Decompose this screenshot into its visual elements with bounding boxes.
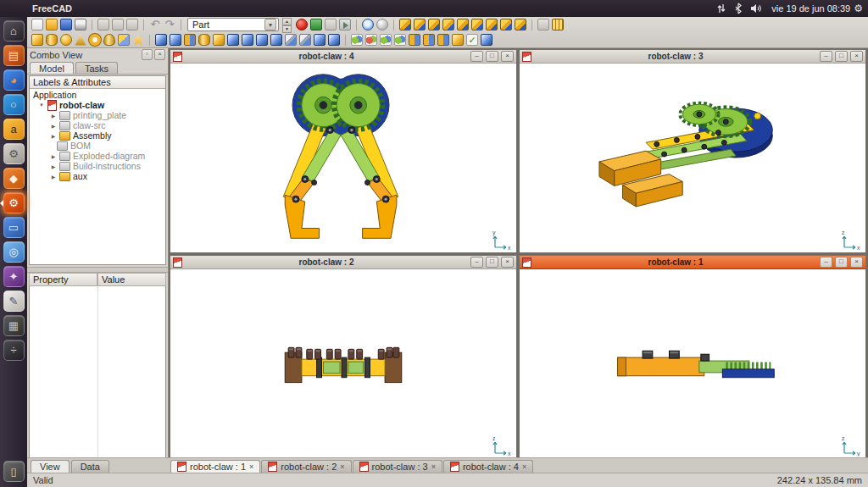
tree-item-assembly[interactable]: ▶ Assembly xyxy=(30,130,165,140)
measure-icon[interactable] xyxy=(552,19,564,30)
clock[interactable]: vie 19 de jun 08:39 xyxy=(771,3,850,14)
expander-closed-icon[interactable]: ▶ xyxy=(50,163,57,169)
draw-style-icon[interactable] xyxy=(376,19,388,30)
session-menu-icon[interactable]: ⚙ xyxy=(854,3,863,14)
minimize-icon[interactable]: – xyxy=(820,51,832,62)
tree-item-bom[interactable]: BOM xyxy=(30,140,165,150)
property-column-header[interactable]: Property xyxy=(29,273,97,286)
restore-icon[interactable]: □ xyxy=(835,51,848,62)
expander-open-icon[interactable]: ▼ xyxy=(38,102,45,108)
launcher-libreoffice-icon[interactable]: ▭ xyxy=(3,217,25,238)
part-offset-icon[interactable] xyxy=(314,34,326,46)
view-right-icon[interactable] xyxy=(442,19,454,30)
minimize-icon[interactable]: – xyxy=(470,257,483,268)
close-icon[interactable]: × xyxy=(522,462,526,471)
launcher-text-editor-icon[interactable]: ✎ xyxy=(3,291,25,312)
part-defeaturing-icon[interactable] xyxy=(481,34,492,46)
macro-record-icon[interactable] xyxy=(296,19,308,30)
view-rear-icon[interactable] xyxy=(457,19,469,30)
fit-all-icon[interactable] xyxy=(362,19,374,30)
launcher-software-center-icon[interactable]: ◆ xyxy=(3,168,25,189)
tree-item-document[interactable]: ▼ robot-claw xyxy=(30,99,165,109)
dock-close-icon[interactable]: × xyxy=(154,49,165,60)
tree-item-exploded-diagram[interactable]: ▶ Exploded-diagram xyxy=(30,150,165,160)
expander-closed-icon[interactable]: ▶ xyxy=(50,123,57,129)
close-icon[interactable]: × xyxy=(340,462,344,471)
spinner-down-icon[interactable]: ▾ xyxy=(282,25,292,33)
part-sweep-icon[interactable] xyxy=(270,34,282,46)
macro-pause-icon[interactable] xyxy=(325,19,337,30)
tab-tasks[interactable]: Tasks xyxy=(75,62,118,74)
launcher-files-icon[interactable]: ▤ xyxy=(3,45,25,66)
minimize-icon[interactable]: – xyxy=(820,257,832,268)
part-cut-icon[interactable] xyxy=(365,34,377,46)
mdi-tab-robot-claw-2[interactable]: robot-claw : 2 × xyxy=(261,460,351,473)
tree-item-aux[interactable]: ▶ aux xyxy=(30,170,165,180)
part-loft-icon[interactable] xyxy=(256,34,268,46)
launcher-system-settings-icon[interactable]: ⚙ xyxy=(3,143,25,164)
spinner-up-icon[interactable]: ▴ xyxy=(282,18,292,25)
part-tube-icon[interactable] xyxy=(103,34,115,46)
window-titlebar[interactable]: robot-claw : 2 – □ × xyxy=(170,256,516,269)
part-revolve-icon[interactable] xyxy=(170,34,181,46)
macro-play-icon[interactable] xyxy=(339,19,351,30)
minimize-icon[interactable]: – xyxy=(470,51,483,62)
view-left-icon[interactable] xyxy=(486,19,498,30)
part-extrude-icon[interactable] xyxy=(155,34,167,46)
close-icon[interactable]: × xyxy=(431,462,436,471)
tree-item-printing-plate[interactable]: ▶ printing_plate xyxy=(30,109,165,119)
new-file-icon[interactable] xyxy=(31,19,43,30)
launcher-web-browser-icon[interactable]: ○ xyxy=(3,94,25,115)
part-primitives-icon[interactable] xyxy=(118,34,130,46)
tab-view[interactable]: View xyxy=(31,460,70,473)
property-table-body[interactable] xyxy=(29,286,166,458)
chevron-down-icon[interactable]: ▾ xyxy=(264,19,276,30)
part-section-icon[interactable] xyxy=(285,34,297,46)
bluetooth-icon[interactable] xyxy=(734,3,743,14)
launcher-photos-icon[interactable]: ✦ xyxy=(3,266,25,287)
redo-icon[interactable]: ↷ xyxy=(164,19,175,30)
tree-item-claw-src[interactable]: ▶ claw-src xyxy=(30,119,165,130)
expander-closed-icon[interactable]: ▶ xyxy=(50,133,57,139)
tab-data[interactable]: Data xyxy=(71,460,109,473)
tree-item-application[interactable]: Application xyxy=(30,89,165,99)
launcher-dash-home-icon[interactable]: ⌂ xyxy=(3,20,25,42)
restore-icon[interactable]: □ xyxy=(486,257,498,268)
part-compound-icon[interactable] xyxy=(452,34,464,46)
tab-model[interactable]: Model xyxy=(30,62,74,74)
close-icon[interactable]: × xyxy=(249,462,253,471)
launcher-calculator-icon[interactable]: ÷ xyxy=(3,340,25,361)
launcher-freecad-icon[interactable]: ⚙ xyxy=(3,192,25,213)
view-top-icon[interactable] xyxy=(428,19,440,30)
viewport-3d[interactable]: y x xyxy=(170,64,516,252)
part-connect-icon[interactable] xyxy=(409,34,420,46)
value-column-header[interactable]: Value xyxy=(97,273,166,286)
close-icon[interactable]: × xyxy=(501,51,514,62)
part-checkgeometry-icon[interactable]: ✓ xyxy=(466,34,478,46)
part-crosssections-icon[interactable] xyxy=(299,34,311,46)
view-bottom-icon[interactable] xyxy=(471,19,483,30)
part-boolean-icon[interactable] xyxy=(351,34,363,46)
launcher-firefox-icon[interactable]: ◕ xyxy=(3,69,25,91)
macro-stop-icon[interactable] xyxy=(310,19,322,30)
part-mirror-icon[interactable] xyxy=(184,34,196,46)
close-icon[interactable]: × xyxy=(850,257,863,268)
dock-float-icon[interactable]: ▫ xyxy=(142,49,153,60)
part-chamfer-icon[interactable] xyxy=(213,34,225,46)
network-arrows-icon[interactable] xyxy=(716,3,726,14)
part-thickness-icon[interactable] xyxy=(328,34,340,46)
part-makeface-icon[interactable] xyxy=(227,34,239,46)
launcher-utility-icon[interactable]: ▦ xyxy=(3,315,25,336)
close-icon[interactable]: × xyxy=(850,51,863,62)
undo-icon[interactable]: ↶ xyxy=(149,19,161,30)
viewport-3d[interactable]: z x xyxy=(520,64,865,252)
part-box-icon[interactable] xyxy=(31,34,43,46)
window-titlebar[interactable]: robot-claw : 3 – □ × xyxy=(520,50,865,64)
workbench-selector[interactable]: Part ▾ xyxy=(187,18,279,31)
launcher-amazon-icon[interactable]: a xyxy=(3,119,25,140)
launcher-trash-icon[interactable]: ▯ xyxy=(3,461,25,482)
part-intersection-icon[interactable] xyxy=(394,34,406,46)
workbench-spinner[interactable]: ▴ ▾ xyxy=(282,18,292,31)
viewport-3d[interactable]: z y xyxy=(520,269,865,458)
save-file-icon[interactable] xyxy=(60,19,72,30)
